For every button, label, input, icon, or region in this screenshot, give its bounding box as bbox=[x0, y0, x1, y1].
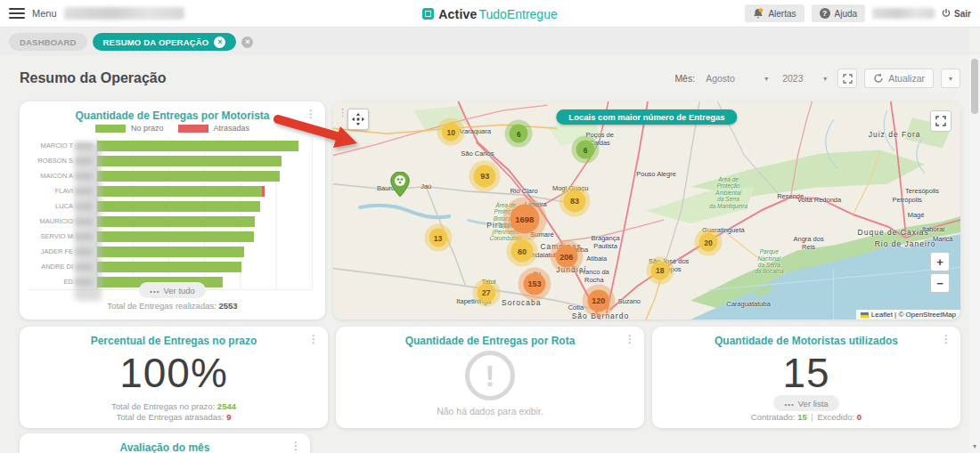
bar-row: LUCA bbox=[29, 198, 313, 214]
driver-name: MAURICIO bbox=[29, 217, 93, 225]
help-button[interactable]: ? Ajuda bbox=[812, 4, 866, 22]
map-fullscreen-button[interactable] bbox=[930, 110, 951, 132]
bar-no-prazo[interactable] bbox=[97, 262, 241, 272]
bar-no-prazo[interactable] bbox=[97, 231, 254, 242]
bar-no-prazo[interactable] bbox=[97, 171, 280, 182]
bar-no-prazo[interactable] bbox=[97, 216, 255, 227]
card-menu-icon[interactable]: ⋮ bbox=[290, 441, 301, 451]
map-pin-marker[interactable] bbox=[390, 172, 410, 197]
bar-track bbox=[96, 229, 313, 244]
logout-button[interactable]: Sair bbox=[942, 9, 971, 19]
bar-row: ANDRE DI bbox=[29, 259, 313, 274]
ver-tudo-button[interactable]: •••Ver tudo bbox=[139, 282, 206, 298]
year-select[interactable]: 2023 ▾ bbox=[779, 70, 830, 86]
kpi-drivers-value: 15 bbox=[652, 352, 960, 393]
map-cluster-marker[interactable]: 93 bbox=[474, 165, 496, 187]
ver-lista-button[interactable]: •••Ver lista bbox=[773, 395, 838, 411]
driver-bars: MARCIO TROBSON SMAICON AFLAVILUCAMAURICI… bbox=[29, 138, 313, 290]
menu-icon[interactable] bbox=[9, 8, 25, 19]
map-cluster-marker[interactable]: 120 bbox=[587, 289, 609, 311]
separator: | bbox=[811, 412, 813, 422]
attribution-text[interactable]: Leaflet | © OpenStreetMap bbox=[871, 311, 956, 319]
close-all-tabs-icon[interactable]: × bbox=[241, 36, 253, 48]
redacted-name-tail bbox=[75, 248, 93, 255]
vertical-scrollbar[interactable]: ▾ bbox=[969, 55, 980, 453]
tab-dashboard[interactable]: DASHBOARD bbox=[9, 33, 87, 51]
map-cluster-marker[interactable]: 27 bbox=[477, 283, 495, 302]
bar-row: ROBSON S bbox=[29, 153, 313, 168]
bar-track bbox=[96, 183, 313, 198]
late-line: Total de Entregas atrasadas: 9 bbox=[20, 412, 328, 422]
map-cluster-marker[interactable]: 83 bbox=[564, 190, 586, 212]
scrollbar-thumb[interactable] bbox=[971, 59, 978, 114]
scrollbar-down-icon[interactable]: ▾ bbox=[969, 442, 980, 450]
map-cluster-marker[interactable]: 6 bbox=[576, 141, 595, 159]
card-menu-icon[interactable]: ⋮ bbox=[306, 109, 316, 119]
bar-no-prazo[interactable] bbox=[97, 156, 282, 166]
total-entregas-line: Total de Entregas realizadas: 2553 bbox=[20, 301, 325, 311]
bar-row: JADER FE bbox=[29, 244, 313, 259]
contracted-label: Contratado: bbox=[751, 412, 796, 422]
map-cluster-marker[interactable]: 13 bbox=[429, 229, 447, 247]
bar-track bbox=[96, 168, 313, 183]
bar-atrasadas[interactable] bbox=[262, 186, 265, 197]
fullscreen-button[interactable] bbox=[837, 69, 857, 88]
redacted-username bbox=[872, 8, 935, 19]
map-attribution: Leaflet | © OpenStreetMap bbox=[856, 310, 960, 320]
bar-row: SERVIO M bbox=[29, 229, 313, 244]
cluster-pin-icon bbox=[390, 172, 410, 197]
redacted-name-tail bbox=[75, 218, 93, 225]
legend-label-no-prazo: No prazo bbox=[131, 124, 164, 133]
card-menu-icon[interactable]: ⋮ bbox=[941, 334, 951, 344]
dashboard-content: Resumo da Operação Mês: Agosto ▾ 2023 ▾ bbox=[0, 55, 969, 453]
zoom-in-button[interactable]: + bbox=[930, 252, 950, 271]
map-cluster-marker[interactable]: 206 bbox=[555, 246, 577, 268]
move-icon bbox=[352, 113, 364, 125]
refresh-icon bbox=[873, 73, 884, 84]
bar-no-prazo[interactable] bbox=[97, 201, 260, 212]
month-select[interactable]: Agosto ▾ bbox=[702, 70, 772, 86]
driver-name: MARCIO T bbox=[29, 142, 93, 150]
power-icon bbox=[942, 9, 951, 18]
alerts-button[interactable]: Alertas bbox=[745, 4, 804, 22]
map-cluster-marker[interactable]: 6 bbox=[510, 125, 528, 143]
driver-name: ROBSON S bbox=[29, 157, 93, 165]
logo-icon bbox=[422, 8, 434, 20]
bar-no-prazo[interactable] bbox=[97, 247, 244, 257]
map-cluster-marker[interactable]: 153 bbox=[523, 272, 545, 295]
bar-no-prazo[interactable] bbox=[97, 141, 298, 151]
refresh-options-button[interactable]: ▾ bbox=[941, 69, 960, 88]
map-canvas[interactable] bbox=[333, 101, 960, 320]
bar-track bbox=[96, 138, 313, 153]
alerts-label: Alertas bbox=[768, 9, 796, 19]
card-menu-icon[interactable]: ⋮ bbox=[625, 334, 635, 344]
zoom-out-button[interactable]: − bbox=[930, 273, 950, 293]
exceeded-label: Excedido: bbox=[817, 412, 854, 422]
top-bar: Menu Active TudoEntregue Alertas ? Ajuda bbox=[0, 0, 980, 28]
bar-track bbox=[96, 244, 313, 259]
driver-name: FLAVI bbox=[29, 187, 93, 195]
menu-label[interactable]: Menu bbox=[32, 8, 57, 19]
redacted-name-tail bbox=[75, 233, 93, 240]
bell-icon bbox=[753, 8, 764, 20]
tab-resumo-da-operacao[interactable]: RESUMO DA OPERAÇÃO × bbox=[93, 33, 237, 51]
pan-button[interactable] bbox=[347, 109, 369, 130]
bar-no-prazo[interactable] bbox=[97, 186, 262, 197]
card-menu-icon[interactable]: ⋮ bbox=[308, 334, 319, 344]
close-tab-icon[interactable]: × bbox=[214, 36, 225, 48]
map-cluster-marker[interactable]: 60 bbox=[510, 240, 533, 263]
map-cluster-marker[interactable]: 20 bbox=[698, 233, 717, 252]
tab-label: DASHBOARD bbox=[20, 37, 77, 47]
map-drag-handle-icon[interactable]: ⋮ bbox=[338, 107, 347, 118]
empty-state-text: Não há dados para exibir. bbox=[336, 406, 644, 417]
bar-row: MARCIO T bbox=[29, 138, 313, 153]
map-cluster-marker[interactable]: 18 bbox=[650, 261, 669, 279]
total-value: 2553 bbox=[219, 301, 238, 311]
refresh-button[interactable]: Atualizar bbox=[864, 69, 934, 88]
redacted-name-tail bbox=[75, 173, 93, 180]
map-cluster-marker[interactable]: 10 bbox=[442, 123, 461, 142]
card-percentual-no-prazo: Percentual de Entregas no prazo ⋮ 100% T… bbox=[20, 327, 328, 428]
ukraine-flag-icon bbox=[861, 312, 869, 318]
map-zoom-controls: + − bbox=[930, 252, 950, 293]
map-cluster-marker[interactable]: 1698 bbox=[510, 205, 539, 234]
